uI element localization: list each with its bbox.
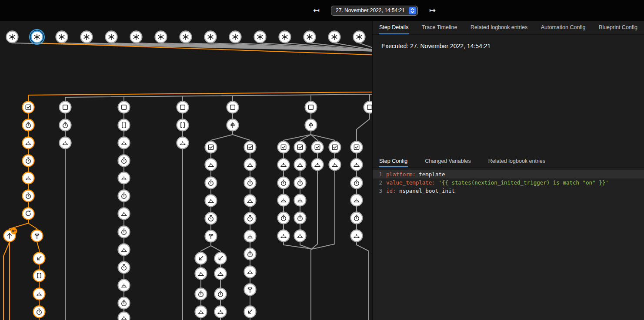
graph-node-service[interactable] [118,137,130,149]
graph-node-trigger[interactable] [30,30,44,44]
graph-node-service[interactable] [118,208,130,220]
graph-node-delay[interactable] [205,177,217,189]
graph-node-delay[interactable] [351,177,363,189]
graph-node-condition[interactable] [351,142,363,153]
graph-node-trigger[interactable] [7,31,18,43]
graph-node-delay[interactable] [60,119,71,131]
graph-node-service[interactable] [244,159,256,171]
graph-node-condition[interactable] [312,142,324,153]
graph-node-service[interactable] [205,159,217,171]
graph-node-service[interactable] [118,172,130,184]
graph-node-delay[interactable] [294,177,306,189]
graph-node-service[interactable] [195,268,207,280]
graph-node-brackets[interactable] [33,270,45,282]
graph-node-trigger[interactable] [279,31,291,43]
graph-node-choose[interactable] [305,119,317,131]
graph-node-arrow-branch[interactable] [31,230,43,242]
graph-node-brackets[interactable] [118,119,130,131]
graph-node-repeat[interactable] [23,208,34,220]
graph-node-trigger[interactable] [304,31,316,43]
next-trace-button[interactable]: ↦ [427,6,437,15]
tab-trace-timeline[interactable]: Trace Timeline [421,21,458,34]
graph-node-delay[interactable] [23,190,34,202]
step-config-editor[interactable]: 1platform: template 2value_template: '{{… [373,168,644,320]
graph-node-delay[interactable] [215,288,227,300]
tab-step-details[interactable]: Step Details [379,21,409,34]
graph-node-box[interactable] [60,102,71,113]
graph-node-service[interactable] [294,230,306,242]
graph-node-delay[interactable] [118,297,130,309]
graph-node-delay[interactable] [205,213,217,224]
graph-node-box[interactable] [177,102,189,113]
graph-node-delay[interactable] [244,248,256,260]
graph-node-delay[interactable] [294,212,306,224]
graph-node-delay[interactable] [278,212,290,224]
graph-node-arrow-branch[interactable] [205,231,217,242]
graph-node-service[interactable] [351,230,363,242]
graph-node-box[interactable] [227,102,239,113]
previous-trace-button[interactable]: ↤ [311,6,321,15]
graph-node-delay[interactable] [244,177,256,189]
graph-node-trigger[interactable] [106,31,117,43]
graph-node-trigger[interactable] [155,31,167,43]
graph-node-trigger[interactable] [205,31,217,43]
graph-node-service[interactable] [118,244,130,256]
graph-node-condition[interactable] [244,142,256,153]
graph-node-trigger[interactable] [354,31,365,43]
graph-node-choose[interactable] [227,119,239,131]
graph-node-arrow-sw[interactable] [33,253,45,264]
graph-node-service[interactable] [118,312,130,320]
graph-node-trigger[interactable] [254,31,266,43]
graph-node-service[interactable] [278,230,290,242]
tab-automation-config[interactable]: Automation Config [541,21,586,34]
graph-node-condition[interactable] [23,102,34,113]
graph-node-delay[interactable] [33,306,45,318]
graph-node-trigger[interactable] [329,31,340,43]
graph-node-trigger[interactable] [180,31,192,43]
graph-node-delay[interactable] [195,288,207,300]
graph-node-arrow-up[interactable]: 9+ [4,228,17,242]
graph-node-condition[interactable] [294,142,306,153]
graph-node-service[interactable] [312,159,324,171]
graph-node-service[interactable] [278,159,290,171]
graph-node-delay[interactable] [351,212,363,224]
graph-node-condition[interactable] [205,142,217,153]
graph-node-service[interactable] [278,195,290,206]
graph-node-delay[interactable] [118,226,130,238]
graph-node-box[interactable] [364,102,373,113]
graph-node-service[interactable] [118,280,130,291]
graph-node-delay[interactable] [118,190,130,202]
graph-node-service[interactable] [23,137,34,149]
graph-node-arrow-sw[interactable] [215,253,227,264]
graph-node-service[interactable] [195,306,207,318]
graph-node-service[interactable] [60,137,71,149]
graph-node-delay[interactable] [23,155,34,167]
graph-node-service[interactable] [294,159,306,171]
graph-node-trigger[interactable] [56,31,68,43]
graph-node-delay[interactable] [118,155,130,167]
graph-node-brackets[interactable] [177,119,189,131]
graph-node-service[interactable] [351,195,363,206]
graph-node-delay[interactable] [278,177,290,189]
graph-node-service[interactable] [33,288,45,300]
graph-node-service[interactable] [329,159,341,171]
graph-node-box[interactable] [118,102,130,113]
graph-node-trigger[interactable] [230,31,241,43]
tab-config-related-logbook-entries[interactable]: Related logbook entries [488,155,546,167]
graph-node-service[interactable] [177,137,189,149]
graph-node-trigger[interactable] [81,31,93,43]
graph-node-service[interactable] [215,306,227,318]
graph-node-arrow-sw[interactable] [244,306,256,318]
tab-related-logbook-entries[interactable]: Related logbook entries [470,21,528,34]
graph-node-box[interactable] [305,102,317,113]
graph-node-service[interactable] [205,195,217,207]
graph-node-condition[interactable] [278,142,290,153]
tab-changed-variables[interactable]: Changed Variables [424,155,471,167]
graph-node-service[interactable] [215,268,227,280]
graph-node-service[interactable] [294,195,306,206]
graph-node-condition[interactable] [329,142,341,153]
graph-node-service[interactable] [351,159,363,171]
tab-blueprint-config[interactable]: Blueprint Config [598,21,638,34]
graph-node-arrow-sw[interactable] [195,253,207,264]
graph-node-service[interactable] [23,172,34,184]
